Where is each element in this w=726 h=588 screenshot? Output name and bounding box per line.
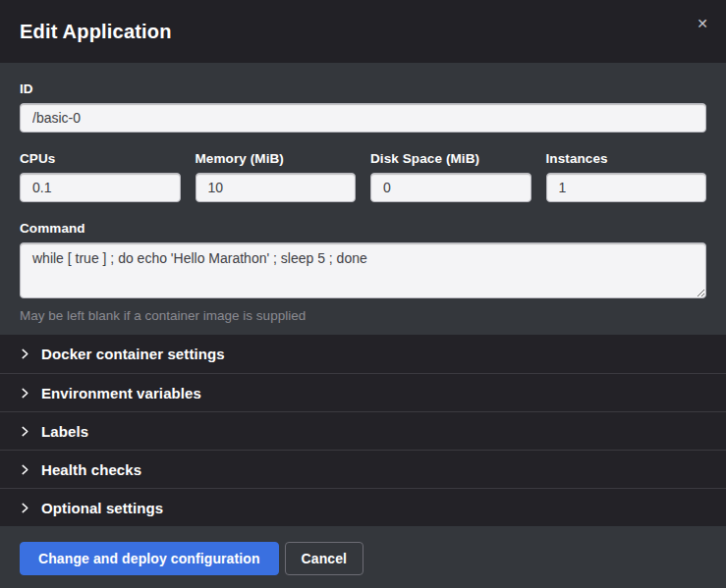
change-and-deploy-button[interactable]: Change and deploy configuration — [20, 542, 279, 575]
close-icon[interactable]: ✕ — [693, 14, 712, 33]
cpus-input[interactable] — [20, 173, 181, 202]
memory-field-group: Memory (MiB) — [195, 151, 357, 202]
instances-input[interactable] — [546, 173, 707, 202]
command-field-group: Command while [ true ] ; do echo 'Hello … — [20, 221, 706, 323]
disk-label: Disk Space (MiB) — [370, 151, 531, 166]
cpus-label: CPUs — [20, 151, 181, 166]
collapsible-sections: Docker container settings Environment va… — [0, 335, 726, 526]
id-label: ID — [20, 81, 706, 96]
cpus-field-group: CPUs — [20, 151, 181, 202]
id-field-group: ID — [20, 81, 706, 133]
section-label: Optional settings — [41, 500, 163, 516]
chevron-right-icon — [20, 348, 30, 359]
command-textarea[interactable]: while [ true ] ; do echo 'Hello Marathon… — [20, 242, 706, 298]
instances-field-group: Instances — [546, 151, 707, 202]
memory-input[interactable] — [195, 173, 357, 202]
id-input[interactable] — [20, 103, 706, 133]
section-label: Health checks — [41, 461, 141, 478]
command-help-text: May be left blank if a container image i… — [20, 308, 706, 323]
section-docker-container-settings[interactable]: Docker container settings — [0, 335, 726, 373]
memory-label: Memory (MiB) — [195, 151, 357, 166]
command-label: Command — [20, 221, 706, 236]
disk-field-group: Disk Space (MiB) — [370, 151, 531, 202]
section-health-checks[interactable]: Health checks — [0, 450, 726, 488]
modal-footer: Change and deploy configuration Cancel — [0, 526, 726, 588]
section-environment-variables[interactable]: Environment variables — [0, 373, 726, 411]
section-label: Environment variables — [41, 385, 201, 401]
chevron-right-icon — [20, 388, 30, 399]
disk-input[interactable] — [370, 173, 531, 202]
cancel-button[interactable]: Cancel — [285, 542, 364, 575]
chevron-right-icon — [20, 464, 30, 475]
chevron-right-icon — [20, 503, 30, 513]
section-optional-settings[interactable]: Optional settings — [0, 488, 726, 526]
modal-header: Edit Application ✕ — [0, 0, 726, 63]
section-labels[interactable]: Labels — [0, 411, 726, 450]
instances-label: Instances — [546, 151, 707, 166]
section-label: Docker container settings — [41, 346, 225, 362]
application-form: ID CPUs Memory (MiB) Disk Space (MiB) In… — [0, 63, 726, 335]
edit-application-modal: Edit Application ✕ ID CPUs Memory (MiB) … — [0, 0, 726, 588]
modal-title: Edit Application — [20, 21, 172, 43]
section-label: Labels — [41, 423, 88, 440]
resources-row: CPUs Memory (MiB) Disk Space (MiB) Insta… — [20, 151, 706, 202]
chevron-right-icon — [20, 426, 30, 437]
